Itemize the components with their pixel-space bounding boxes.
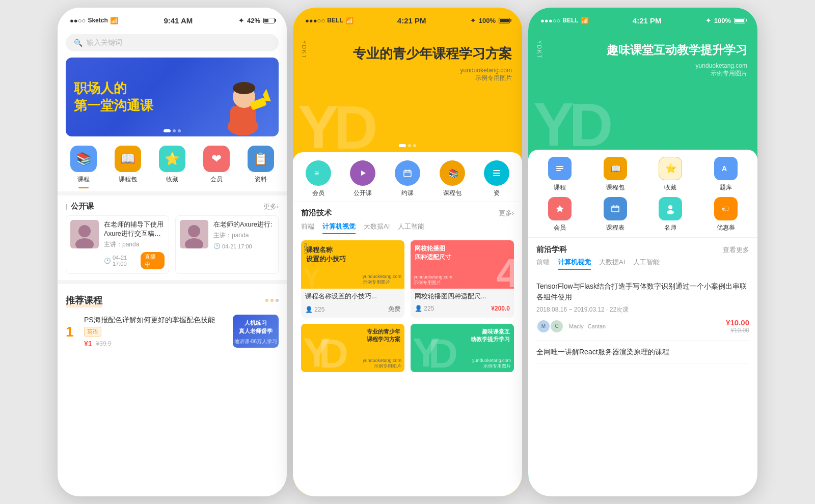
grid-card-3[interactable]: Y D 专业的青少年课程学习方案 yunduoketang.com示例专用图片 xyxy=(301,324,404,372)
p3-filter-bigdata[interactable]: 大数据AI xyxy=(599,258,625,270)
active-indicator xyxy=(78,187,89,188)
phone3-nav-container: 课程 📖 课程包 ⭐ 收藏 xyxy=(528,150,757,238)
card3-text: 专业的青少年课程学习方案 xyxy=(367,328,400,343)
rec-dot-1 xyxy=(265,299,268,302)
filter-tab-cv[interactable]: 计算机视觉 xyxy=(322,222,356,234)
opencourse-label-p2: 公开课 xyxy=(354,189,372,198)
schedule-icon-p2 xyxy=(395,160,420,186)
hero-dot-1 xyxy=(399,144,406,147)
public-course-item-2[interactable]: 在老师的Axure进行: 主讲：panda 🕐 04-21 17:00 xyxy=(175,215,279,274)
phone-3: ●●●○○ BELL 📶 4:21 PM ✦ 100% YDKT Y D 趣味课… xyxy=(528,8,757,496)
course-info-1: 在老师的辅导下使用Axure进行交互稿的实 主讲：panda 🕐 04-21 1… xyxy=(104,220,165,269)
rec-tag: 英语 xyxy=(84,325,227,339)
category-nav: 📚 课程 📖 课程包 ⭐ 收藏 ❤ 会员 📋 资料 xyxy=(58,138,287,191)
opencourse-icon-p2 xyxy=(350,160,375,186)
wifi-icon-3: 📶 xyxy=(581,17,589,24)
p3-filter-cv[interactable]: 计算机视觉 xyxy=(558,258,591,270)
banner-dot-1 xyxy=(164,129,171,132)
card2-site: yunduoketang.com示例专用图片 xyxy=(414,274,452,286)
course-title-2: 在老师的Axure进行: xyxy=(213,220,274,229)
nav-item-collect[interactable]: ⭐ 收藏 xyxy=(157,146,187,188)
banner-dot-2 xyxy=(173,129,176,132)
card2-thumb-text: 网校轮播图四种适配尺寸 xyxy=(415,244,451,262)
grid-thumb-3: Y D 专业的青少年课程学习方案 yunduoketang.com示例专用图片 xyxy=(301,324,404,372)
nav-item-package[interactable]: 📖 课程包 xyxy=(113,146,143,188)
hero-text-3: 趣味课堂互动教学提升学习 yunduoketang.com 示例专用图片 xyxy=(607,43,747,78)
grid-card-4[interactable]: Y D 趣味课堂互动教学提升学习 yunduoketang.com示例专用图片 xyxy=(411,324,514,372)
hero-y-letter: Y xyxy=(298,96,339,157)
recommend-card-1[interactable]: 1 PS海报配色详解如何更好的掌握配色技能 英语 ¥1 ¥39.9 xyxy=(58,311,287,352)
p3-nav-timetable[interactable]: 课程表 xyxy=(590,197,641,232)
filter-tab-ai[interactable]: 人工智能 xyxy=(398,222,424,234)
p3-more-link[interactable]: 查看更多 xyxy=(723,245,749,255)
svg-point-3 xyxy=(233,82,255,94)
hero-banner[interactable]: 职场人的 第一堂沟通课 xyxy=(66,58,279,136)
p3-course-item-2[interactable]: 全网唯一讲解React服务器渲染原理的课程 xyxy=(536,341,749,364)
students-1: 👤 225 xyxy=(305,306,324,313)
hero-dot-2 xyxy=(408,144,411,147)
search-input-container[interactable]: 🔍 输入关键词 xyxy=(66,34,279,51)
signal-dots: ●●○○ xyxy=(70,17,86,24)
nav2-package[interactable]: 📚 课程包 xyxy=(431,160,474,198)
battery-fill-3 xyxy=(735,19,744,22)
p3-member-icon xyxy=(548,197,572,220)
p3-nav-teacher[interactable]: 名师 xyxy=(645,197,696,232)
p3-package-label: 课程包 xyxy=(606,183,624,192)
nav2-schedule[interactable]: 约课 xyxy=(386,160,429,198)
filter-tab-frontend[interactable]: 前端 xyxy=(301,222,314,234)
p3-coupon-icon: 🏷 xyxy=(714,197,738,220)
svg-rect-27 xyxy=(493,175,500,176)
course-time-1: 🕐 04-21 17:00 xyxy=(104,255,141,267)
svg-rect-1 xyxy=(230,106,256,134)
hero-site-3: yunduoketang.com 示例专用图片 xyxy=(607,62,747,78)
section-title-public: | 公开课 xyxy=(66,202,94,211)
wifi-icon: 📶 xyxy=(110,17,118,24)
phone3-content: YDKT Y D 趣味课堂互动教学提升学习 yunduoketang.com 示… xyxy=(528,30,757,496)
p3-nav-package[interactable]: 📖 课程包 xyxy=(590,157,641,192)
recommend-dots xyxy=(265,299,279,302)
grid-card-1[interactable]: Y 课程名称设置的小技巧 yunduoketang.com示例专用图片 YDKT… xyxy=(301,240,404,318)
p3-course-item-1[interactable]: TensorFlow与Flask结合打造手写体数字识别通过一个小案例出串联各组件… xyxy=(536,275,749,341)
card4-text: 趣味课堂互动教学提升学习 xyxy=(471,328,510,343)
nav2-resource[interactable]: 资 xyxy=(475,160,518,198)
course-lecturer-2: 主讲：panda xyxy=(213,231,274,240)
p3-nav-collect[interactable]: ⭐ 收藏 xyxy=(645,157,696,192)
public-course-item-1[interactable]: 在老师的辅导下使用Axure进行交互稿的实 主讲：panda 🕐 04-21 1… xyxy=(66,215,169,274)
nav2-opencourse[interactable]: 公开课 xyxy=(342,160,385,198)
p3-nav-member[interactable]: 会员 xyxy=(534,197,586,232)
ydkt-label-3: YDKT xyxy=(536,40,542,59)
p3-filter-ai[interactable]: 人工智能 xyxy=(633,258,660,270)
p3-teacher-icon xyxy=(659,197,682,220)
filter-tabs-p2: 前端 计算机视觉 大数据AI 人工智能 xyxy=(301,222,514,234)
battery-percent: 42% xyxy=(247,17,260,24)
avatar-cantan: C xyxy=(550,319,564,333)
hero-pagination xyxy=(399,144,416,147)
p3-member-label: 会员 xyxy=(554,223,566,232)
p3-filter-frontend[interactable]: 前端 xyxy=(536,258,550,270)
p3-timetable-label: 课程表 xyxy=(606,223,624,232)
phone-2: ●●●○○ BELL 📶 4:21 PM ✦ 100% YDKT Y D 专业的… xyxy=(293,8,522,496)
banner-line1: 职场人的 xyxy=(74,80,153,97)
nav-item-resource[interactable]: 📋 资料 xyxy=(246,146,276,188)
grid-thumb-1: Y 课程名称设置的小技巧 yunduoketang.com示例专用图片 YDKT xyxy=(301,240,404,289)
nav-item-member[interactable]: ❤ 会员 xyxy=(201,146,232,188)
nav-item-course[interactable]: 📚 课程 xyxy=(68,146,99,188)
more-link-p2[interactable]: 更多 xyxy=(499,209,514,218)
more-link-public[interactable]: 更多 xyxy=(263,202,279,211)
phone-1: ●●○○ Sketch 📶 9:41 AM ✦ 42% 🔍 输入关键词 职场人的… xyxy=(58,8,287,496)
time-2: 4:21 PM xyxy=(397,16,426,25)
price-row: ¥1 ¥39.9 xyxy=(84,340,227,348)
p3-nav-course[interactable]: 课程 xyxy=(534,157,586,192)
hero-main-text: 专业的青少年课程学习方案 xyxy=(353,45,512,63)
svg-text:≡: ≡ xyxy=(314,169,319,178)
phone2-body: ≡ 会员 公开课 xyxy=(293,152,522,496)
svg-text:📚: 📚 xyxy=(448,169,458,178)
p3-nav-coupon[interactable]: 🏷 优惠券 xyxy=(700,197,752,232)
p3-nav-qbank[interactable]: A 题库 xyxy=(700,157,752,192)
course-time-row-1: 🕐 04-21 17:00 直播中 xyxy=(104,252,165,269)
phone3-body: 课程 📖 课程包 ⭐ 收藏 xyxy=(528,150,757,496)
phone3-nav-row2: 会员 课程表 名师 xyxy=(534,197,751,232)
grid-card-2[interactable]: 4 网校轮播图四种适配尺寸 yunduoketang.com示例专用图片 网校轮… xyxy=(411,240,514,318)
filter-tab-bigdata[interactable]: 大数据AI xyxy=(364,222,390,234)
nav2-member[interactable]: ≡ 会员 xyxy=(297,160,340,198)
